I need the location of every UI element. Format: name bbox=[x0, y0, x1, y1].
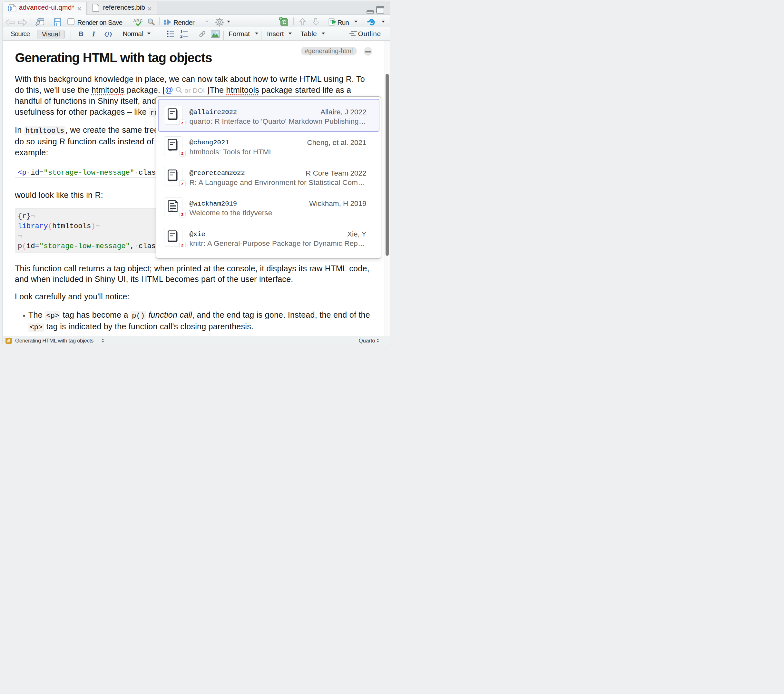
svg-text:2: 2 bbox=[180, 34, 183, 38]
svg-text:1: 1 bbox=[180, 30, 183, 34]
